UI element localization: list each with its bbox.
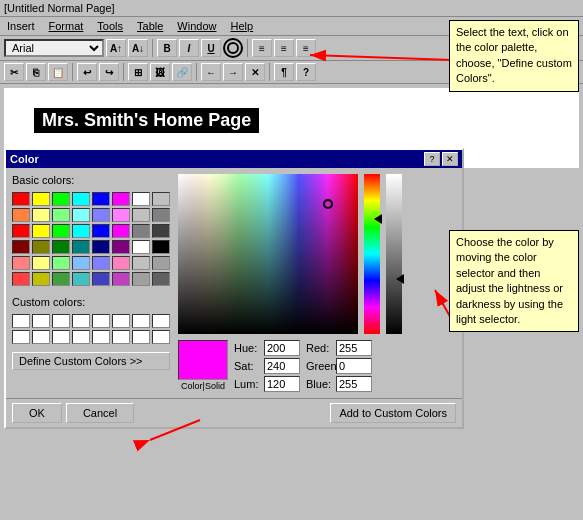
basic-color-swatch[interactable] xyxy=(132,208,150,222)
basic-color-swatch[interactable] xyxy=(52,272,70,286)
lightness-bar[interactable] xyxy=(386,174,402,334)
custom-swatch[interactable] xyxy=(12,330,30,344)
basic-color-swatch[interactable] xyxy=(72,240,90,254)
basic-color-swatch[interactable] xyxy=(12,272,30,286)
basic-color-swatch[interactable] xyxy=(72,208,90,222)
basic-color-swatch[interactable] xyxy=(52,240,70,254)
basic-color-swatch[interactable] xyxy=(52,224,70,238)
custom-swatch[interactable] xyxy=(92,314,110,328)
red-input[interactable] xyxy=(336,340,372,356)
paste-btn[interactable]: 📋 xyxy=(48,63,68,81)
italic-btn[interactable]: I xyxy=(179,39,199,57)
menu-table[interactable]: Table xyxy=(134,19,166,33)
basic-color-swatch[interactable] xyxy=(152,272,170,286)
basic-color-swatch[interactable] xyxy=(92,208,110,222)
basic-color-swatch[interactable] xyxy=(112,192,130,206)
basic-color-swatch[interactable] xyxy=(32,240,50,254)
hue-input[interactable] xyxy=(264,340,300,356)
custom-swatch[interactable] xyxy=(72,314,90,328)
dialog-help-btn[interactable]: ? xyxy=(424,152,440,166)
basic-color-swatch[interactable] xyxy=(132,240,150,254)
cancel-btn[interactable]: Cancel xyxy=(66,403,134,423)
basic-color-swatch[interactable] xyxy=(72,192,90,206)
basic-color-swatch[interactable] xyxy=(72,272,90,286)
align-left-btn[interactable]: ≡ xyxy=(252,39,272,57)
custom-swatch[interactable] xyxy=(92,330,110,344)
menu-format[interactable]: Format xyxy=(46,19,87,33)
forward-btn[interactable]: → xyxy=(223,63,243,81)
custom-swatch[interactable] xyxy=(72,330,90,344)
basic-color-swatch[interactable] xyxy=(52,208,70,222)
green-input[interactable] xyxy=(336,358,372,374)
basic-color-swatch[interactable] xyxy=(52,256,70,270)
lum-input[interactable] xyxy=(264,376,300,392)
basic-color-swatch[interactable] xyxy=(12,240,30,254)
basic-color-swatch[interactable] xyxy=(32,192,50,206)
basic-color-swatch[interactable] xyxy=(112,224,130,238)
custom-swatch[interactable] xyxy=(52,314,70,328)
back-btn[interactable]: ← xyxy=(201,63,221,81)
color-palette-btn[interactable] xyxy=(223,38,243,58)
basic-color-swatch[interactable] xyxy=(92,272,110,286)
basic-color-swatch[interactable] xyxy=(32,208,50,222)
ok-btn[interactable]: OK xyxy=(12,403,62,423)
basic-color-swatch[interactable] xyxy=(72,256,90,270)
align-center-btn[interactable]: ≡ xyxy=(274,39,294,57)
custom-swatch[interactable] xyxy=(132,314,150,328)
image-btn[interactable]: 🖼 xyxy=(150,63,170,81)
basic-color-swatch[interactable] xyxy=(152,192,170,206)
stop-btn[interactable]: ✕ xyxy=(245,63,265,81)
basic-color-swatch[interactable] xyxy=(112,256,130,270)
basic-color-swatch[interactable] xyxy=(52,192,70,206)
basic-color-swatch[interactable] xyxy=(132,224,150,238)
basic-color-swatch[interactable] xyxy=(12,192,30,206)
bold-btn[interactable]: B xyxy=(157,39,177,57)
add-to-custom-colors-btn[interactable]: Add to Custom Colors xyxy=(330,403,456,423)
custom-swatch[interactable] xyxy=(32,330,50,344)
custom-swatch[interactable] xyxy=(152,314,170,328)
basic-color-swatch[interactable] xyxy=(132,272,150,286)
underline-btn[interactable]: U xyxy=(201,39,221,57)
copy-btn[interactable]: ⎘ xyxy=(26,63,46,81)
basic-color-swatch[interactable] xyxy=(152,256,170,270)
help-btn[interactable]: ? xyxy=(296,63,316,81)
cut-btn[interactable]: ✂ xyxy=(4,63,24,81)
redo-btn[interactable]: ↪ xyxy=(99,63,119,81)
basic-color-swatch[interactable] xyxy=(132,256,150,270)
basic-color-swatch[interactable] xyxy=(112,208,130,222)
custom-swatch[interactable] xyxy=(132,330,150,344)
gradient-canvas[interactable] xyxy=(178,174,358,334)
font-size-larger-btn[interactable]: A↑ xyxy=(106,39,126,57)
sat-input[interactable] xyxy=(264,358,300,374)
font-size-smaller-btn[interactable]: A↓ xyxy=(128,39,148,57)
basic-color-swatch[interactable] xyxy=(32,272,50,286)
basic-color-swatch[interactable] xyxy=(92,224,110,238)
font-selector[interactable]: Arial xyxy=(4,39,104,57)
align-right-btn[interactable]: ≡ xyxy=(296,39,316,57)
table-btn[interactable]: ⊞ xyxy=(128,63,148,81)
custom-swatch[interactable] xyxy=(152,330,170,344)
link-btn[interactable]: 🔗 xyxy=(172,63,192,81)
custom-swatch[interactable] xyxy=(32,314,50,328)
basic-color-swatch[interactable] xyxy=(32,256,50,270)
menu-insert[interactable]: Insert xyxy=(4,19,38,33)
menu-tools[interactable]: Tools xyxy=(94,19,126,33)
menu-window[interactable]: Window xyxy=(174,19,219,33)
basic-color-swatch[interactable] xyxy=(112,272,130,286)
basic-color-swatch[interactable] xyxy=(132,192,150,206)
blue-input[interactable] xyxy=(336,376,372,392)
basic-color-swatch[interactable] xyxy=(32,224,50,238)
basic-color-swatch[interactable] xyxy=(112,240,130,254)
custom-swatch[interactable] xyxy=(112,314,130,328)
basic-color-swatch[interactable] xyxy=(72,224,90,238)
basic-color-swatch[interactable] xyxy=(152,208,170,222)
basic-color-swatch[interactable] xyxy=(92,240,110,254)
menu-help[interactable]: Help xyxy=(227,19,256,33)
define-custom-colors-btn[interactable]: Define Custom Colors >> xyxy=(12,352,170,370)
basic-color-swatch[interactable] xyxy=(12,208,30,222)
hue-bar[interactable] xyxy=(364,174,380,334)
custom-swatch[interactable] xyxy=(52,330,70,344)
basic-color-swatch[interactable] xyxy=(92,256,110,270)
dialog-close-btn[interactable]: ✕ xyxy=(442,152,458,166)
basic-color-swatch[interactable] xyxy=(152,224,170,238)
